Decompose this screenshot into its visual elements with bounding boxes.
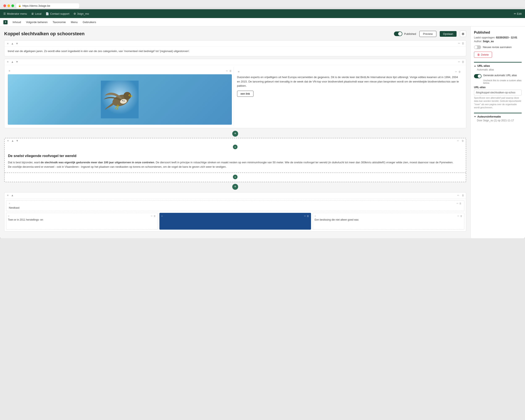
col2-delete[interactable]: 🗑 — [307, 215, 309, 218]
add-block-btn-1[interactable]: + — [232, 131, 238, 137]
col-right: ≡ ✏ 🗑 Duizenden experts en vrijwilligers… — [234, 67, 465, 126]
content-block-2: ≡ ▲ ▼ ✏ 🗑 ≡ ✏ 🗑 — [4, 59, 466, 128]
close-dot[interactable] — [3, 4, 6, 7]
block-content-1: trend van de afgelopen jaren. Zo wordt e… — [4, 46, 466, 56]
user-icon: ⚙ — [74, 12, 76, 15]
falcon-illustration — [101, 81, 139, 118]
edit-block-icon-1[interactable]: ✏ — [458, 42, 460, 45]
down-icon-2[interactable]: ▼ — [15, 60, 19, 64]
col3-toolbar: ≡ ✏ 🗑 — [315, 215, 462, 218]
preview-button[interactable]: Preview — [419, 31, 436, 37]
url-alias-toggle-sub: Uncheck this to create a custom alias be… — [474, 79, 522, 84]
drag-icon-2[interactable]: ≡ — [6, 60, 9, 64]
dashed-delete-3[interactable]: 🗑 — [462, 139, 464, 142]
top-nav: ☰ Moderator menu 🖥 Local 📄 Contact suppo… — [0, 9, 525, 18]
nav-volgorde[interactable]: Volgorde beheren — [26, 19, 48, 25]
nestkast-up[interactable]: ▲ — [11, 194, 14, 197]
col2-edit[interactable]: ✏ — [304, 215, 306, 218]
inner-edit-right[interactable]: ✏ — [455, 70, 457, 73]
nestkast-title: Nestkast — [9, 206, 19, 209]
nestkast-delete[interactable]: 🗑 — [462, 194, 464, 197]
col3-delete[interactable]: 🗑 — [460, 215, 462, 218]
col3-edit[interactable]: ✏ — [457, 215, 459, 218]
local-item[interactable]: 🖥 Local — [31, 12, 41, 15]
delete-button[interactable]: 🗑 Delete — [474, 52, 492, 58]
add-block-btn-2[interactable]: + — [232, 184, 238, 190]
col1-drag[interactable]: ≡ — [8, 215, 9, 218]
bird-image — [8, 74, 232, 125]
sidebar-published-title: Published — [474, 31, 522, 34]
published-toggle[interactable] — [394, 31, 402, 36]
block-toolbar-2: ≡ ▲ ▼ — [4, 59, 466, 65]
sec-nav: 3 Inhoud Volgorde beheren Taxonomie Menu… — [0, 18, 525, 27]
contact-support-item[interactable]: 📄 Contact support — [46, 12, 69, 15]
col-item-1: ≡ ✏ 🗑 Toen er in 2011 herstellings- en — [6, 213, 158, 230]
col1-delete[interactable]: 🗑 — [153, 215, 156, 218]
edit-block-icon-2[interactable]: ✏ — [458, 60, 460, 63]
grid-button[interactable]: ⊞ — [460, 31, 466, 37]
url-bar[interactable]: 🔒 https://demo.3stage.be — [16, 3, 79, 8]
nav-gebruikers[interactable]: Gebruikers — [83, 19, 96, 25]
col1-toolbar: ≡ ✏ 🗑 — [8, 215, 156, 218]
url-alias-toggle[interactable] — [474, 74, 481, 78]
inner-edit-left[interactable]: ✏ — [226, 70, 228, 73]
col3-drag[interactable]: ≡ — [315, 215, 316, 218]
nav-taxonomie[interactable]: Taxonomie — [53, 19, 66, 25]
link-button[interactable]: een link — [237, 91, 254, 97]
lock-icon: 🔒 — [18, 4, 21, 7]
revision-row: Nieuwe revisie aanmaken — [474, 45, 522, 49]
up-icon-1[interactable]: ▲ — [11, 42, 14, 45]
inner-add-btn-top[interactable]: + — [233, 145, 237, 149]
grid-icon: ⊞ — [462, 32, 464, 36]
drag-icon-1[interactable]: ≡ — [6, 42, 9, 45]
auteur-section-header[interactable]: ▼ Auteursinformatie — [474, 115, 522, 118]
url-alias-input[interactable] — [474, 90, 522, 95]
revision-toggle[interactable] — [474, 45, 481, 49]
dashed-drag-3[interactable]: ≡ — [6, 139, 10, 143]
dashed-up-3[interactable]: ▲ — [11, 139, 14, 143]
col3-text: Een beslissing die niet alleen goed was — [315, 218, 358, 221]
nestkast-inner-toolbar: ≡ ✏ 🗑 — [9, 202, 462, 205]
sidebar-divider-1 — [474, 62, 522, 63]
delete-block-icon-1[interactable]: 🗑 — [462, 42, 464, 45]
col1-edit[interactable]: ✏ — [151, 215, 153, 218]
inner-drag-left[interactable]: ≡ — [8, 69, 11, 73]
nestkast-inner-drag[interactable]: ≡ — [9, 202, 10, 205]
nav-inhoud[interactable]: Inhoud — [13, 19, 21, 25]
revision-label: Nieuwe revisie aanmaken — [483, 46, 512, 49]
url-alias-toggle-row: Generate automatic URL alias — [474, 74, 522, 78]
moderator-menu[interactable]: ☰ Moderator menu — [3, 12, 27, 15]
delete-block-icon-2[interactable]: 🗑 — [462, 60, 464, 63]
dashed-edit-3[interactable]: ✏ — [457, 139, 459, 142]
col-text: Duizenden experts en vrijwilligers uit h… — [237, 75, 461, 88]
three-col-row: ≡ ✏ 🗑 Toen er in 2011 herstellings- en ≡… — [4, 213, 466, 231]
nestkast-inner-edit[interactable]: ✏ — [457, 202, 459, 205]
user-item[interactable]: ⚙ 3sign_mo — [74, 12, 89, 15]
sidebar-author: Author: 3sign_su — [474, 40, 522, 43]
dashed-block-3: ≡ ▲ ▼ ✏ 🗑 + De snelst vliegende roofvoge… — [4, 138, 466, 182]
nav-menu[interactable]: Menu — [71, 19, 78, 25]
maximize-dot[interactable] — [11, 4, 14, 7]
nestkast-toolbar: ≡ ▲ ✏ 🗑 — [4, 192, 466, 199]
up-icon-2[interactable]: ▲ — [11, 60, 14, 64]
browser-window: ☰ Moderator menu 🖥 Local 📄 Contact suppo… — [0, 9, 525, 238]
two-col-container: ≡ ✏ 🗑 — [4, 65, 466, 128]
inner-delete-left[interactable]: 🗑 — [229, 70, 232, 73]
url-alias-section-header[interactable]: ▲ URL-alias — [474, 64, 522, 67]
down-icon-1[interactable]: ▼ — [15, 42, 19, 45]
nestkast-inner-delete[interactable]: 🗑 — [459, 202, 462, 205]
url-alias-hint: Specificeer een alternatief pad waarop d… — [474, 96, 522, 109]
nestkast-edit[interactable]: ✏ — [457, 194, 459, 197]
add-btn-bottom-1[interactable]: + — [233, 175, 237, 179]
nestkast-block: ≡ ▲ ✏ 🗑 ≡ ✏ 🗑 Nestkast — [4, 192, 466, 231]
nestkast-drag[interactable]: ≡ — [6, 194, 9, 197]
dashed-down-3[interactable]: ▼ — [16, 139, 19, 143]
inner-delete-right[interactable]: 🗑 — [459, 70, 461, 73]
opslaan-button[interactable]: Opslaan — [440, 31, 457, 37]
inner-drag-right[interactable]: ≡ — [237, 70, 240, 73]
edit-button[interactable]: ✏ Edit — [514, 12, 522, 15]
block-toolbar-1: ≡ ▲ ▼ — [4, 40, 466, 46]
col2-drag[interactable]: ≡ — [161, 215, 162, 218]
minimize-dot[interactable] — [7, 4, 10, 7]
sidebar: Published Laatst opgeslagen: 02/20/2023 … — [470, 27, 525, 238]
